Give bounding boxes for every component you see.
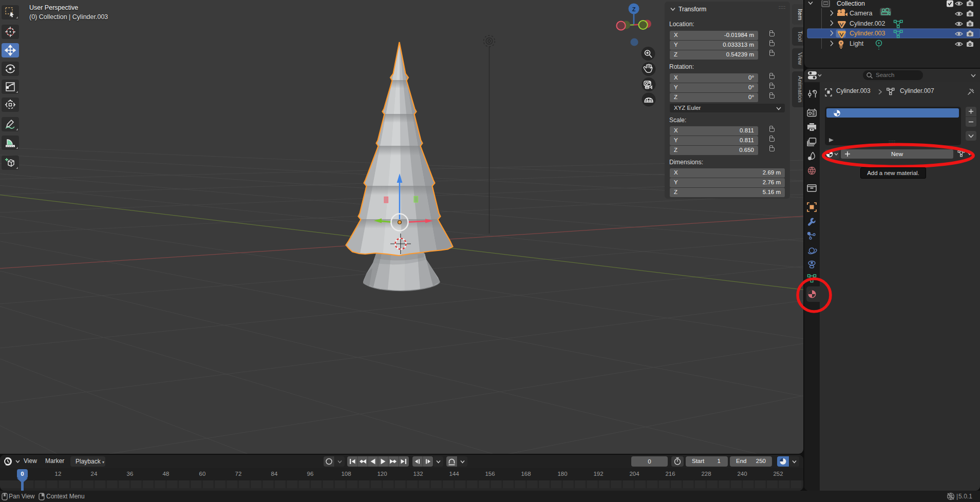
svg-text:Z: Z bbox=[632, 6, 636, 12]
